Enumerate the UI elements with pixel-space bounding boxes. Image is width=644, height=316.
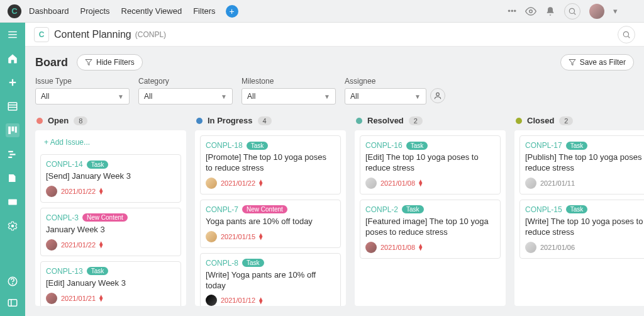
board-icon[interactable] [6, 123, 19, 137]
column-name: Closed [527, 116, 554, 125]
issue-card[interactable]: CONPL-13 Task [Edit] January Week 3 2021… [40, 261, 181, 306]
settings-icon[interactable] [6, 219, 19, 233]
column-name: In Progress [208, 116, 253, 125]
save-filter-button[interactable]: Save as Filter [560, 54, 634, 71]
assignee-avatar [46, 293, 57, 304]
more-icon[interactable]: ••• [508, 6, 516, 16]
top-nav-links: Dashboard Projects Recently Viewed Filte… [29, 6, 216, 16]
board-bar: Board Hide Filters Save as Filter Issue … [25, 47, 644, 113]
column-body: CONPL-16 Task [Edit] The top 10 yoga pos… [355, 130, 506, 306]
topbar: C Dashboard Projects Recently Viewed Fil… [0, 0, 644, 23]
filter-issue-type-label: Issue Type [35, 77, 130, 86]
overdue-icon: ⧫ [259, 232, 262, 240]
home-icon[interactable] [6, 52, 19, 65]
list-icon[interactable] [6, 99, 19, 113]
nav-recently-viewed[interactable]: Recently Viewed [121, 6, 182, 16]
watch-icon[interactable] [525, 6, 536, 17]
wiki-icon[interactable] [6, 171, 19, 185]
column-count: 4 [258, 116, 272, 125]
card-key: CONPL-15 [525, 205, 562, 214]
menu-icon[interactable] [6, 28, 19, 42]
issue-card[interactable]: CONPL-7 New Content Yoga pants are 10% o… [200, 200, 341, 248]
card-type-tag: Task [247, 142, 269, 150]
assignee-avatar [206, 295, 217, 306]
card-key: CONPL-3 [46, 213, 79, 222]
svg-point-23 [623, 31, 628, 37]
user-avatar[interactable] [589, 4, 604, 19]
app-logo[interactable]: C [8, 4, 21, 18]
svg-point-27 [436, 93, 440, 96]
issue-card[interactable]: CONPL-15 Task [Write] The top 10 yoga po… [519, 200, 644, 259]
svg-point-18 [11, 225, 14, 228]
svg-rect-21 [8, 300, 17, 307]
overdue-icon: ⧫ [419, 243, 422, 251]
card-title: [Promote] The top 10 yoga poses to reduc… [206, 152, 335, 174]
column-body: CONPL-17 Task [Publish] The top 10 yoga … [514, 130, 644, 306]
card-title: [Send] January Week 3 [46, 171, 175, 182]
assignee-avatar [206, 178, 217, 189]
chevron-down-icon: ▼ [118, 93, 124, 100]
column-count: 2 [409, 116, 423, 125]
overdue-icon: ⧫ [99, 240, 103, 249]
issue-card[interactable]: CONPL-17 Task [Publish] The top 10 yoga … [519, 135, 644, 195]
column-header: Closed 2 [514, 113, 644, 130]
issue-card[interactable]: CONPL-2 Task [Featured image] The top 10… [360, 200, 501, 259]
add-button[interactable]: + [226, 5, 238, 18]
svg-rect-8 [8, 103, 17, 110]
column-body: + Add Issue... CONPL-14 Task [Send] Janu… [35, 130, 186, 306]
assignee-avatar [525, 178, 536, 189]
overdue-icon: ⧫ [259, 296, 262, 305]
user-menu-chevron[interactable]: ▾ [613, 6, 618, 16]
nav-dashboard[interactable]: Dashboard [29, 6, 69, 16]
files-icon[interactable] [6, 195, 19, 209]
card-due-date: 2021/01/22 [221, 179, 255, 187]
chevron-down-icon: ▼ [324, 93, 330, 100]
filter-milestone-select[interactable]: All▼ [242, 88, 336, 104]
card-type-tag: Task [87, 267, 109, 275]
add-issue-button[interactable]: + Add Issue... [40, 135, 181, 149]
assignee-avatar [365, 178, 377, 189]
hide-filters-button[interactable]: Hide Filters [77, 54, 143, 71]
issue-card[interactable]: CONPL-3 New Content January Week 3 2021/… [40, 208, 181, 256]
card-type-tag: Task [242, 259, 264, 267]
column-header: Resolved 2 [355, 113, 506, 130]
card-title: [Write] Yoga pants are 10% off today [206, 270, 335, 291]
bell-icon[interactable] [545, 6, 555, 16]
project-logo: C [34, 27, 49, 42]
issue-card[interactable]: CONPL-18 Task [Promote] The top 10 yoga … [200, 135, 341, 195]
board-column: In Progress 4 CONPL-18 Task [Promote] Th… [195, 113, 346, 306]
nav-projects[interactable]: Projects [80, 6, 110, 16]
nav-filters[interactable]: Filters [193, 6, 215, 16]
filter-assignee-label: Assignee [345, 77, 445, 86]
card-title: Yoga pants are 10% off today [206, 217, 335, 227]
svg-rect-16 [8, 157, 12, 158]
card-type-tag: Task [87, 161, 109, 169]
overdue-icon: ⧫ [99, 187, 103, 195]
svg-point-1 [569, 8, 574, 13]
svg-marker-26 [569, 60, 575, 65]
card-due-date: 2021/01/12 [221, 296, 255, 304]
issue-card[interactable]: CONPL-16 Task [Edit] The top 10 yoga pos… [360, 135, 501, 195]
issue-card[interactable]: CONPL-14 Task [Send] January Week 3 2021… [40, 154, 181, 203]
hide-filters-label: Hide Filters [96, 58, 135, 67]
collapse-icon[interactable] [6, 296, 19, 310]
add-icon[interactable] [6, 76, 19, 89]
card-type-tag: Task [402, 205, 424, 213]
project-header: C Content Planning (CONPL) [25, 23, 644, 47]
issue-card[interactable]: CONPL-8 Task [Write] Yoga pants are 10% … [200, 253, 341, 306]
card-due-date: 2021/01/08 [380, 179, 415, 187]
search-icon[interactable] [564, 3, 580, 20]
project-search-icon[interactable] [618, 26, 635, 43]
project-key: (CONPL) [135, 30, 166, 39]
filter-category-select[interactable]: All▼ [138, 88, 233, 104]
assignee-me-button[interactable] [430, 88, 445, 103]
card-title: January Week 3 [46, 225, 175, 235]
help-icon[interactable] [6, 274, 19, 288]
overdue-icon: ⧫ [99, 294, 103, 302]
filter-assignee-select[interactable]: All▼ [345, 88, 426, 104]
card-type-tag: Task [566, 142, 588, 150]
card-due-date: 2021/01/08 [380, 244, 415, 251]
column-name: Resolved [367, 116, 404, 125]
gantt-icon[interactable] [6, 147, 19, 161]
filter-issue-type-select[interactable]: All▼ [35, 88, 130, 104]
